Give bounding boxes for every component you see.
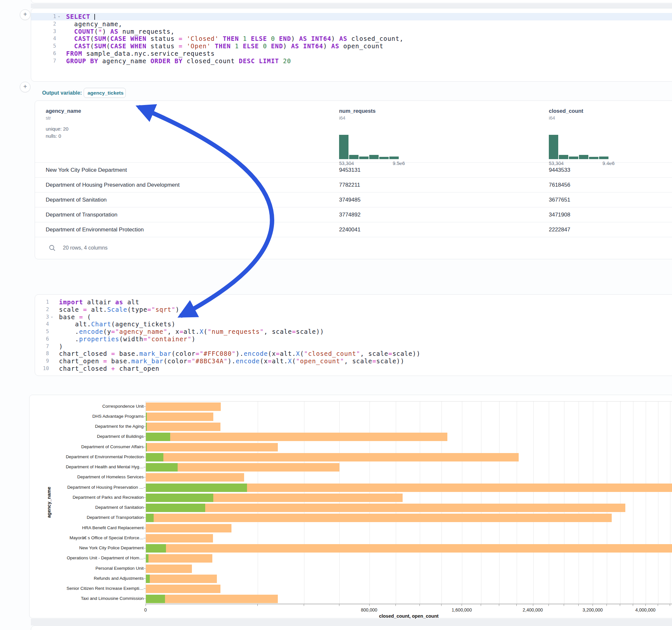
x-axis-tick bbox=[533, 604, 533, 606]
code-text: .encode(y="agency_name", x=alt.X("num_re… bbox=[59, 328, 324, 335]
output-variable-pill[interactable]: agency_tickets bbox=[83, 88, 126, 98]
line-number: 5 bbox=[31, 43, 56, 50]
histogram-bar bbox=[569, 156, 578, 159]
table-cell: 2240041 bbox=[339, 222, 360, 237]
add-cell-button-top[interactable]: + bbox=[20, 9, 30, 20]
y-axis-tick bbox=[144, 437, 146, 437]
code-line[interactable]: 6 .properties(width="container") bbox=[35, 335, 672, 343]
x-axis-tick bbox=[578, 604, 579, 606]
code-line[interactable]: 5 .encode(y="agency_name", x=alt.X("num_… bbox=[35, 328, 672, 335]
column-histogram[interactable] bbox=[549, 135, 609, 159]
gap-strip-bottom bbox=[31, 619, 672, 626]
fold-chevron-icon[interactable]: ⌄ bbox=[57, 12, 61, 20]
table-footer: 20 rows, 4 columns bbox=[35, 237, 672, 259]
table-cell: 9453131 bbox=[339, 163, 360, 177]
histogram-bar bbox=[379, 157, 389, 159]
search-icon[interactable] bbox=[49, 244, 56, 251]
x-axis-tick bbox=[517, 604, 517, 606]
y-axis-tick bbox=[144, 568, 146, 569]
x-axis-tick bbox=[395, 604, 396, 606]
x-axis-tick bbox=[369, 604, 369, 606]
code-line[interactable]: 5 CAST(SUM(CASE WHEN status = 'Open' THE… bbox=[31, 43, 672, 50]
code-line[interactable]: 2scale = alt.Scale(type="sqrt") bbox=[35, 306, 672, 313]
line-number: 7 bbox=[31, 57, 56, 65]
y-axis-category-label: HRA Benefit Card Replacement bbox=[49, 525, 144, 530]
sql-code-lines[interactable]: 1⌄SELECT 2 agency_name,3 COUNT(*) AS num… bbox=[31, 13, 672, 65]
y-axis-tick bbox=[144, 427, 146, 427]
python-editor-cell[interactable]: 1import altair as alt2scale = alt.Scale(… bbox=[35, 294, 672, 376]
y-axis-tick bbox=[144, 487, 146, 488]
table-row[interactable]: Department of Transportation377489234719… bbox=[35, 207, 672, 222]
table-row[interactable]: New York City Police Department945313194… bbox=[35, 162, 672, 177]
result-table-card: agency_namestrunique: 20nulls: 0num_requ… bbox=[35, 100, 672, 259]
code-line[interactable]: 9chart_open = base.mark_bar(color="#8BC3… bbox=[35, 358, 672, 365]
column-stat: unique: 20 bbox=[46, 126, 68, 131]
previous-cell-edge bbox=[31, 0, 672, 3]
table-cell: Department of Environmental Protection bbox=[46, 222, 144, 237]
code-line[interactable]: 7) bbox=[35, 343, 672, 350]
code-line[interactable]: 4 alt.Chart(agency_tickets) bbox=[35, 320, 672, 328]
code-line[interactable]: 8chart_closed = base.mark_bar(color="#FF… bbox=[35, 350, 672, 358]
code-line[interactable]: 3⌄base = ( bbox=[35, 313, 672, 321]
y-axis-tick bbox=[144, 498, 146, 498]
add-cell-button-middle[interactable]: + bbox=[20, 82, 30, 92]
chart-output-card: 0800,0001,600,0002,400,0003,200,0004,000… bbox=[29, 395, 672, 618]
y-axis-category-label: Department of Consumer Affairs bbox=[49, 444, 144, 449]
x-axis-tick-label: 800,000 bbox=[346, 607, 392, 612]
table-row[interactable]: Department of Housing Preservation and D… bbox=[35, 177, 672, 193]
code-line[interactable]: 1import altair as alt bbox=[35, 298, 672, 306]
line-number: 2 bbox=[35, 306, 49, 313]
x-axis-tick-label: 4,000,000 bbox=[623, 607, 668, 612]
code-text: .properties(width="container") bbox=[59, 335, 195, 343]
y-axis-category-label: Personal Exemption Unit bbox=[49, 566, 144, 571]
code-line[interactable]: 7GROUP BY agency_name ORDER BY closed_co… bbox=[31, 57, 672, 65]
code-line[interactable]: 10chart_closed + chart_open bbox=[35, 365, 672, 372]
y-axis-tick bbox=[144, 579, 146, 579]
code-line[interactable]: 1⌄SELECT bbox=[31, 13, 672, 20]
line-number: 4 bbox=[35, 320, 49, 328]
y-axis-tick bbox=[144, 548, 146, 548]
fold-chevron-icon[interactable]: ⌄ bbox=[50, 313, 53, 320]
table-cell: 7618456 bbox=[549, 177, 570, 193]
code-text: COUNT(*) AS num_requests, bbox=[66, 28, 175, 35]
column-type: i64 bbox=[549, 115, 555, 121]
y-axis-tick bbox=[144, 447, 146, 447]
line-number: 6 bbox=[31, 50, 56, 57]
code-text: FROM sample_data.nyc.service_requests bbox=[66, 50, 215, 57]
y-axis-category-label: Department of Housing Preservation … bbox=[49, 485, 144, 490]
code-text: ) bbox=[59, 343, 63, 350]
x-axis-tick bbox=[549, 604, 549, 606]
histogram-bar bbox=[369, 155, 379, 159]
column-header[interactable]: agency_name bbox=[46, 108, 81, 114]
y-axis-tick bbox=[144, 599, 146, 599]
code-line[interactable]: 4 CAST(SUM(CASE WHEN status = 'Closed' T… bbox=[31, 35, 672, 43]
code-text: SELECT bbox=[66, 13, 95, 20]
column-header[interactable]: closed_count bbox=[549, 108, 583, 114]
line-number: 3 bbox=[31, 28, 56, 35]
line-number: 5 bbox=[35, 328, 49, 335]
code-line[interactable]: 2 agency_name, bbox=[31, 20, 672, 28]
y-axis-tick bbox=[144, 477, 146, 477]
python-code-lines[interactable]: 1import altair as alt2scale = alt.Scale(… bbox=[35, 298, 672, 372]
histogram-bar bbox=[549, 135, 558, 159]
table-row[interactable]: Department of Environmental Protection22… bbox=[35, 222, 672, 237]
table-cell: Department of Housing Preservation and D… bbox=[46, 177, 179, 193]
x-axis-title: closed_count, open_count bbox=[328, 613, 490, 619]
x-axis-tick bbox=[658, 604, 658, 606]
column-histogram[interactable] bbox=[339, 135, 399, 159]
column-header[interactable]: num_requests bbox=[339, 108, 376, 114]
column-stat: nulls: 0 bbox=[46, 133, 61, 139]
y-axis-tick bbox=[144, 508, 146, 508]
table-cell: Department of Transportation bbox=[46, 208, 117, 222]
code-text: import altair as alt bbox=[59, 298, 139, 306]
code-text: alt.Chart(agency_tickets) bbox=[59, 320, 175, 328]
y-axis-tick bbox=[144, 558, 146, 558]
histogram-bar bbox=[359, 156, 368, 159]
code-line[interactable]: 3 COUNT(*) AS num_requests, bbox=[31, 28, 672, 35]
sql-editor-cell[interactable]: 1⌄SELECT 2 agency_name,3 COUNT(*) AS num… bbox=[31, 8, 672, 82]
table-row[interactable]: Department of Sanitation37494853677651 bbox=[35, 192, 672, 208]
y-axis-category-label: Department of Sanitation bbox=[49, 505, 144, 510]
code-line[interactable]: 6FROM sample_data.nyc.service_requests bbox=[31, 50, 672, 57]
next-cell-edge bbox=[31, 626, 672, 630]
gap-strip-top bbox=[31, 4, 672, 8]
